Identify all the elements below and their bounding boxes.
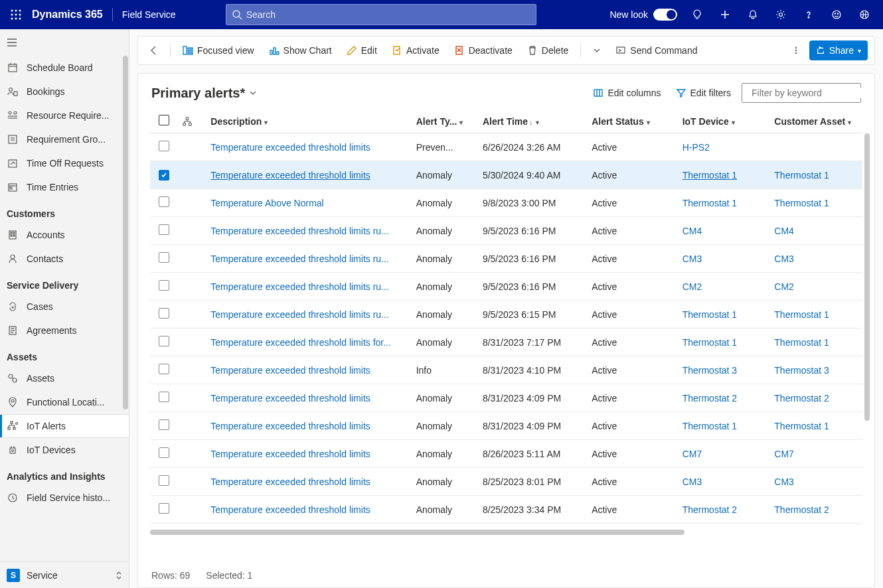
- back-button[interactable]: [145, 41, 163, 60]
- table-row[interactable]: Temperature exceeded threshold limits An…: [150, 496, 862, 524]
- table-row[interactable]: Temperature exceeded threshold limits An…: [150, 468, 862, 496]
- iot-device-link[interactable]: H-PS2: [682, 142, 710, 153]
- table-row[interactable]: Temperature exceeded threshold limits ru…: [150, 301, 862, 329]
- customer-asset-link[interactable]: Thermostat 1: [774, 170, 829, 181]
- keyword-filter[interactable]: [742, 83, 861, 103]
- lightbulb-icon[interactable]: [684, 0, 710, 29]
- row-checkbox[interactable]: [159, 308, 169, 319]
- sidebar-item[interactable]: Accounts: [0, 223, 129, 247]
- row-checkbox[interactable]: [159, 170, 169, 181]
- customer-asset-link[interactable]: CM3: [774, 477, 794, 487]
- customer-asset-link[interactable]: CM4: [774, 226, 794, 236]
- edit-columns-button[interactable]: Edit columns: [589, 85, 665, 101]
- description-link[interactable]: Temperature exceeded threshold limits: [210, 421, 370, 431]
- select-all-header[interactable]: [150, 110, 179, 133]
- description-link[interactable]: Temperature exceeded threshold limits: [210, 504, 370, 515]
- row-checkbox[interactable]: [159, 141, 169, 151]
- row-checkbox[interactable]: [159, 196, 169, 207]
- checkbox-icon[interactable]: [159, 115, 169, 125]
- help-icon[interactable]: [795, 0, 822, 29]
- row-checkbox[interactable]: [159, 336, 169, 346]
- table-row[interactable]: Temperature exceeded threshold limits ru…: [150, 217, 862, 245]
- view-selector[interactable]: Primary alerts*: [151, 86, 257, 101]
- focused-view-button[interactable]: Focused view: [177, 40, 260, 60]
- app-launcher-icon[interactable]: [5, 4, 27, 25]
- iot-device-link[interactable]: CM4: [682, 226, 702, 236]
- description-link[interactable]: Temperature exceeded threshold limits: [210, 449, 370, 459]
- col-alert-type[interactable]: Alert Ty...▾: [412, 110, 479, 133]
- sidebar-item[interactable]: Functional Locati...: [0, 390, 129, 414]
- customer-asset-link[interactable]: CM2: [774, 281, 794, 292]
- sidebar-scrollbar[interactable]: [122, 56, 129, 561]
- row-checkbox[interactable]: [159, 503, 169, 514]
- keyword-filter-input[interactable]: [752, 88, 868, 98]
- vertical-scrollbar[interactable]: [864, 133, 870, 544]
- table-row[interactable]: Temperature exceeded threshold limits Pr…: [150, 133, 862, 161]
- col-alert-time[interactable]: Alert Time↓▾: [479, 110, 588, 133]
- iot-device-link[interactable]: Thermostat 1: [682, 198, 737, 208]
- customer-asset-link[interactable]: CM3: [774, 254, 794, 264]
- gear-icon[interactable]: [767, 0, 794, 29]
- sidebar-item[interactable]: IoT Alerts: [0, 414, 129, 438]
- customer-asset-link[interactable]: Thermostat 2: [774, 504, 829, 515]
- row-checkbox[interactable]: [159, 364, 169, 374]
- activate-button[interactable]: Activate: [386, 40, 445, 60]
- app-name[interactable]: Field Service: [122, 9, 176, 20]
- sidebar-item[interactable]: Agreements: [0, 319, 129, 342]
- sidebar-item[interactable]: Bookings: [0, 80, 129, 104]
- description-link[interactable]: Temperature exceeded threshold limits ru…: [210, 254, 388, 264]
- bell-icon[interactable]: [740, 0, 766, 29]
- area-switcher[interactable]: S Service: [0, 561, 129, 588]
- send-command-button[interactable]: Send Command: [610, 40, 702, 60]
- global-search[interactable]: [226, 4, 536, 25]
- iot-device-link[interactable]: Thermostat 1: [682, 170, 737, 181]
- sidebar-item[interactable]: Time Entries: [0, 175, 129, 199]
- description-link[interactable]: Temperature exceeded threshold limits fo…: [210, 337, 391, 348]
- row-checkbox[interactable]: [159, 224, 169, 235]
- col-iot-device[interactable]: IoT Device▾: [679, 110, 771, 133]
- horizontal-scrollbar[interactable]: [150, 528, 862, 537]
- description-link[interactable]: Temperature exceeded threshold limits ru…: [210, 309, 388, 320]
- sidebar-item[interactable]: Schedule Board: [0, 56, 129, 80]
- iot-device-link[interactable]: CM7: [682, 449, 702, 459]
- table-row[interactable]: Temperature exceeded threshold limits In…: [150, 356, 862, 384]
- row-checkbox[interactable]: [159, 419, 169, 430]
- col-alert-status[interactable]: Alert Status▾: [588, 110, 679, 133]
- iot-device-link[interactable]: Thermostat 1: [682, 337, 737, 348]
- more-commands-icon[interactable]: [791, 41, 801, 60]
- iot-device-link[interactable]: Thermostat 1: [682, 421, 737, 431]
- row-checkbox[interactable]: [159, 252, 169, 263]
- description-link[interactable]: Temperature exceeded threshold limits: [210, 393, 370, 404]
- sidebar-item[interactable]: Resource Require...: [0, 104, 129, 127]
- table-row[interactable]: Temperature Above Normal Anomaly 9/8/202…: [150, 189, 862, 217]
- plus-icon[interactable]: [712, 0, 738, 29]
- sidebar-item[interactable]: Time Off Requests: [0, 151, 129, 175]
- description-link[interactable]: Temperature Above Normal: [210, 198, 323, 208]
- sidebar-item[interactable]: Field Service histo...: [0, 486, 129, 510]
- table-row[interactable]: Temperature exceeded threshold limits An…: [150, 384, 862, 412]
- iot-device-link[interactable]: Thermostat 3: [682, 365, 737, 376]
- table-row[interactable]: Temperature exceeded threshold limits An…: [150, 161, 862, 189]
- description-link[interactable]: Temperature exceeded threshold limits ru…: [210, 226, 388, 236]
- iot-device-link[interactable]: Thermostat 1: [682, 309, 737, 320]
- sidebar-item[interactable]: Requirement Gro...: [0, 127, 129, 151]
- sidebar-item[interactable]: Assets: [0, 366, 129, 390]
- description-link[interactable]: Temperature exceeded threshold limits: [210, 365, 370, 376]
- edit-filters-button[interactable]: Edit filters: [672, 85, 735, 101]
- hierarchy-header[interactable]: [179, 110, 207, 133]
- table-row[interactable]: Temperature exceeded threshold limits An…: [150, 440, 862, 468]
- row-checkbox[interactable]: [159, 475, 169, 486]
- row-checkbox[interactable]: [159, 447, 169, 458]
- environment-icon[interactable]: [851, 0, 878, 29]
- chevron-down-icon[interactable]: [588, 46, 606, 54]
- customer-asset-link[interactable]: Thermostat 1: [774, 337, 829, 348]
- description-link[interactable]: Temperature exceeded threshold limits ru…: [210, 281, 388, 292]
- table-row[interactable]: Temperature exceeded threshold limits An…: [150, 412, 862, 440]
- customer-asset-link[interactable]: Thermostat 1: [774, 309, 829, 320]
- table-row[interactable]: Temperature exceeded threshold limits ru…: [150, 245, 862, 273]
- new-look-toggle[interactable]: New look: [609, 9, 677, 21]
- customer-asset-link[interactable]: CM7: [774, 449, 794, 459]
- col-customer-asset[interactable]: Customer Asset▾: [770, 110, 862, 133]
- search-input[interactable]: [246, 9, 530, 20]
- sidebar-item[interactable]: IoT Devices: [0, 438, 129, 462]
